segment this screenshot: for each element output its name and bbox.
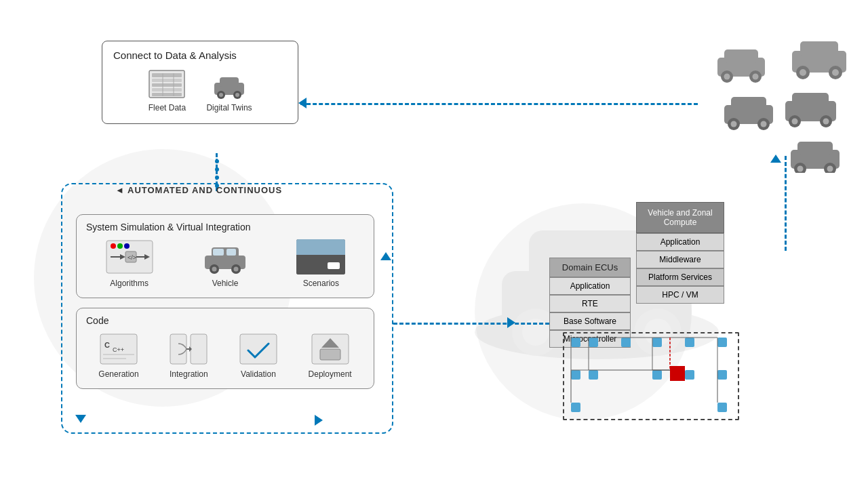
dashed-line-connect-cars xyxy=(300,103,698,105)
validation-label: Validation xyxy=(241,369,276,379)
svg-rect-49 xyxy=(191,334,207,364)
svg-point-87 xyxy=(761,121,767,127)
dashed-line-to-ecu xyxy=(393,323,549,325)
cars-svg xyxy=(712,37,861,173)
scenario-car-small xyxy=(328,262,340,269)
deployment-item: Deployment xyxy=(309,333,352,379)
svg-point-18 xyxy=(219,93,223,97)
node-dot-9 xyxy=(652,370,662,380)
node-dot-13 xyxy=(717,403,727,412)
node-dot-6 xyxy=(717,338,727,347)
vzc-layers: Application Middleware Platform Services… xyxy=(636,233,724,304)
generation-label: Generation xyxy=(98,369,138,379)
node-dot-11 xyxy=(717,370,727,380)
svg-rect-53 xyxy=(320,349,340,360)
svg-rect-89 xyxy=(792,93,829,106)
svg-point-23 xyxy=(215,176,219,180)
digital-twins-label: Digital Twins xyxy=(206,103,252,113)
deployment-icon xyxy=(311,333,350,365)
svg-text:</>: </> xyxy=(127,254,136,261)
vzc-layer-hpc: HPC / VM xyxy=(636,286,724,304)
svg-point-93 xyxy=(823,119,829,125)
sim-box: System Simulation & Virtual Integration … xyxy=(76,214,374,298)
generation-icon: C C++ xyxy=(99,333,138,365)
digital-twins-icon xyxy=(210,72,248,99)
svg-point-85 xyxy=(731,121,737,127)
ecu-layer-application: Application xyxy=(549,277,631,295)
code-box-title: Code xyxy=(86,315,364,326)
vzc-layer-platform-services: Platform Services xyxy=(636,268,724,286)
svg-point-91 xyxy=(792,119,798,125)
integration-icon xyxy=(169,333,208,365)
cars-cluster xyxy=(712,37,848,173)
svg-point-75 xyxy=(753,74,759,80)
algorithms-icon: </> xyxy=(105,239,154,274)
svg-rect-9 xyxy=(152,79,182,82)
svg-point-79 xyxy=(800,69,806,76)
validation-icon xyxy=(239,333,278,365)
fleet-data-item: Fleet Data xyxy=(148,69,186,113)
digital-twins-item: Digital Twins xyxy=(206,72,252,113)
sim-icons: </> Algorithms xyxy=(86,239,364,288)
vzc-header: Vehicle and Zonal Compute xyxy=(636,202,724,233)
svg-point-40 xyxy=(233,267,238,272)
node-dot-2 xyxy=(589,338,598,347)
scenario-sky xyxy=(296,239,345,255)
connect-box-title: Connect to Data & Analysis xyxy=(113,49,287,61)
svg-rect-71 xyxy=(724,49,758,63)
automated-label: ◄ AUTOMATED AND CONTINUOUS xyxy=(115,185,282,195)
svg-rect-42 xyxy=(226,249,236,256)
node-dot-7 xyxy=(571,370,580,380)
svg-point-97 xyxy=(797,166,804,172)
code-box: Code C C++ Generation xyxy=(76,308,374,389)
svg-rect-83 xyxy=(731,97,766,110)
fleet-data-icon xyxy=(148,69,186,99)
svg-point-38 xyxy=(212,267,216,272)
code-icons: C C++ Generation Integration xyxy=(86,333,364,379)
generation-item: C C++ Generation xyxy=(98,333,138,379)
fleet-data-label: Fleet Data xyxy=(149,103,186,113)
node-dot-5 xyxy=(685,338,694,347)
arrow-to-ecu xyxy=(507,317,515,328)
vzc-layer-middleware: Middleware xyxy=(636,251,724,268)
integration-label: Integration xyxy=(170,369,208,379)
vehicle-label: Vehicle xyxy=(212,279,239,288)
algorithms-label: Algorithms xyxy=(110,279,149,288)
arrow-loop-down xyxy=(75,415,86,423)
node-dot-12 xyxy=(571,403,580,412)
svg-point-81 xyxy=(832,69,839,76)
validation-item: Validation xyxy=(239,333,278,379)
svg-rect-77 xyxy=(800,41,838,56)
svg-point-33 xyxy=(117,243,123,249)
svg-rect-48 xyxy=(170,334,186,364)
arrow-loop-right xyxy=(315,415,323,426)
deployment-label: Deployment xyxy=(309,369,352,379)
svg-point-21 xyxy=(215,159,219,163)
integration-item: Integration xyxy=(169,333,208,379)
domain-ecu-header: Domain ECUs xyxy=(549,258,631,277)
svg-point-99 xyxy=(827,166,833,172)
svg-point-20 xyxy=(235,93,239,97)
svg-point-22 xyxy=(215,167,219,171)
connect-to-data-box: Connect to Data & Analysis Fleet Data xyxy=(102,41,298,124)
svg-point-73 xyxy=(724,74,730,80)
svg-text:C: C xyxy=(104,341,110,349)
arrow-loop-up xyxy=(380,252,391,260)
node-dot-3 xyxy=(621,338,631,347)
node-dot-1 xyxy=(571,338,580,347)
scenarios-label: Scenarios xyxy=(303,279,339,288)
sim-box-title: System Simulation & Virtual Integration xyxy=(86,222,364,232)
svg-rect-41 xyxy=(213,249,224,256)
vehicle-item: Vehicle xyxy=(201,239,250,288)
svg-point-32 xyxy=(111,243,116,249)
node-dot-8 xyxy=(589,370,598,380)
svg-rect-8 xyxy=(152,73,182,77)
vzc-stack: Vehicle and Zonal Compute Application Mi… xyxy=(636,202,724,304)
vzc-layer-application: Application xyxy=(636,233,724,251)
svg-rect-16 xyxy=(220,77,239,87)
diagram-container: Connect to Data & Analysis Fleet Data xyxy=(0,0,868,488)
scenarios-icon xyxy=(296,239,345,274)
node-dot-4 xyxy=(652,338,662,347)
svg-rect-10 xyxy=(152,83,182,87)
node-dot-red xyxy=(670,366,685,381)
